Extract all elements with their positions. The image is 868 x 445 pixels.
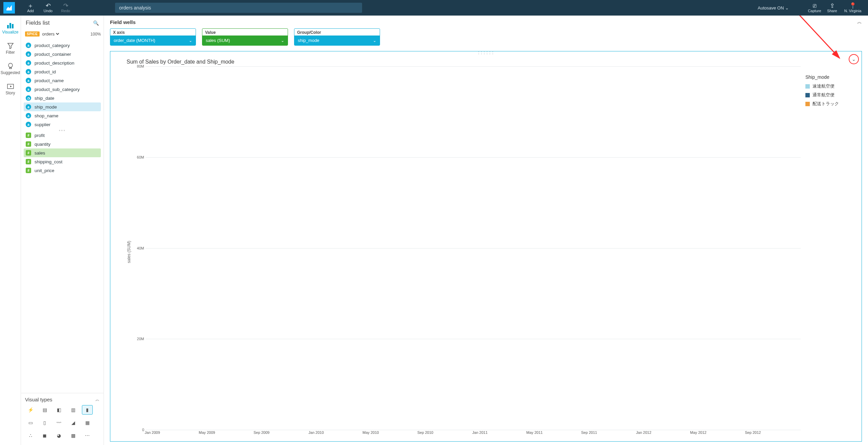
field-wells-header: Field wells bbox=[110, 19, 136, 25]
visual-type-1[interactable]: ▤ bbox=[39, 405, 50, 415]
x-tick: Jan 2010 bbox=[309, 430, 324, 435]
app-logo[interactable] bbox=[3, 2, 15, 14]
bar-chart-icon bbox=[0, 21, 21, 30]
visual-menu-button[interactable]: ⌄ bbox=[849, 54, 859, 64]
x-tick: Jan 2009 bbox=[145, 430, 160, 435]
y-axis-label: sales (SUM) bbox=[127, 241, 131, 263]
collapse-wells-icon[interactable]: ︽ bbox=[857, 19, 862, 25]
top-bar: ＋Add ↶Undo ↷Redo Autosave ON ⌄ ⎚Capture … bbox=[0, 0, 868, 16]
x-tick: Jan 2012 bbox=[636, 430, 651, 435]
region-button[interactable]: 📍N. Virginia bbox=[841, 3, 865, 13]
visual-type-10[interactable]: ∴ bbox=[25, 431, 36, 440]
measure-icon: # bbox=[26, 159, 31, 164]
fields-title: Fields list bbox=[26, 20, 93, 26]
field-quantity[interactable]: #quantity bbox=[24, 140, 101, 148]
svg-rect-1 bbox=[9, 23, 11, 28]
share-button[interactable]: ⇪Share bbox=[823, 3, 841, 13]
fields-panel: Fields list 🔍 SPICE orders 100% aproduct… bbox=[21, 16, 104, 445]
play-icon bbox=[0, 82, 21, 91]
autosave-toggle[interactable]: Autosave ON ⌄ bbox=[758, 5, 789, 10]
visual-type-5[interactable]: ▭ bbox=[25, 418, 36, 427]
field-sales[interactable]: #sales bbox=[24, 148, 101, 157]
rail-filter[interactable]: Filter bbox=[0, 39, 21, 59]
field-product_container[interactable]: aproduct_container bbox=[24, 50, 101, 58]
well-value[interactable]: Value sales (SUM)⌄ bbox=[202, 28, 288, 46]
chart-container: ● ● ● ● ● ●● ● ● ● ● ● ⌄ Sum of Sales by… bbox=[110, 51, 862, 442]
y-tick: 80M bbox=[133, 64, 144, 68]
svg-rect-4 bbox=[9, 68, 12, 69]
collapse-icon[interactable]: ︽ bbox=[95, 397, 99, 402]
x-tick: Jan 2011 bbox=[472, 430, 488, 435]
capture-button[interactable]: ⎚Capture bbox=[806, 3, 823, 13]
legend-title: Ship_mode bbox=[805, 74, 851, 80]
rail-visualize[interactable]: Visualize bbox=[0, 18, 21, 39]
y-tick: 60M bbox=[133, 155, 144, 159]
dim-icon: a bbox=[26, 43, 31, 48]
left-rail: Visualize Filter Suggested Story bbox=[0, 16, 21, 445]
chevron-down-icon[interactable]: ⌄ bbox=[373, 38, 376, 43]
drag-handle-icon[interactable]: ● ● ● ● ● ●● ● ● ● ● ● bbox=[478, 51, 494, 55]
add-button[interactable]: ＋Add bbox=[22, 3, 39, 13]
chevron-down-icon: ⌄ bbox=[785, 5, 789, 10]
camera-icon: ⎚ bbox=[806, 3, 823, 9]
field-supplier[interactable]: asupplier bbox=[24, 120, 101, 129]
search-icon[interactable]: 🔍 bbox=[93, 20, 99, 26]
dim-icon: ◔ bbox=[26, 95, 31, 101]
legend-item[interactable]: 通常航空便 bbox=[805, 92, 851, 98]
chevron-down-icon[interactable]: ⌄ bbox=[189, 38, 192, 43]
x-tick: May 2011 bbox=[526, 430, 542, 435]
redo-button[interactable]: ↷Redo bbox=[57, 3, 74, 13]
field-unit_price[interactable]: #unit_price bbox=[24, 166, 101, 175]
legend-item[interactable]: 配送トラック bbox=[805, 101, 851, 107]
share-icon: ⇪ bbox=[823, 3, 841, 9]
field-shipping_cost[interactable]: #shipping_cost bbox=[24, 157, 101, 166]
dim-icon: a bbox=[26, 87, 31, 92]
field-product_name[interactable]: aproduct_name bbox=[24, 76, 101, 85]
y-tick: 20M bbox=[133, 337, 144, 341]
visual-type-8[interactable]: ◢ bbox=[68, 418, 79, 427]
dataset-select[interactable]: orders bbox=[41, 31, 60, 37]
x-tick: Sep 2010 bbox=[417, 430, 433, 435]
pin-icon: 📍 bbox=[841, 3, 865, 9]
field-ship_mode[interactable]: aship_mode bbox=[24, 102, 101, 111]
undo-icon: ↶ bbox=[39, 3, 57, 9]
visual-type-4[interactable]: ▮ bbox=[82, 405, 93, 415]
svg-rect-2 bbox=[12, 24, 14, 28]
visual-type-2[interactable]: ◧ bbox=[53, 405, 64, 415]
svg-rect-0 bbox=[7, 25, 9, 28]
dim-icon: a bbox=[26, 104, 31, 110]
visual-type-14[interactable]: ⋯ bbox=[82, 431, 93, 440]
undo-button[interactable]: ↶Undo bbox=[39, 3, 57, 13]
field-product_sub_category[interactable]: aproduct_sub_category bbox=[24, 85, 101, 94]
analysis-title-input[interactable] bbox=[115, 3, 362, 13]
y-tick: 0 bbox=[133, 428, 144, 432]
chart-title: Sum of Sales by Order_date and Ship_mode bbox=[127, 59, 851, 65]
field-product_description[interactable]: aproduct_description bbox=[24, 58, 101, 67]
rail-suggested[interactable]: Suggested bbox=[0, 59, 21, 79]
filter-icon bbox=[0, 41, 21, 50]
visual-type-7[interactable]: 〰 bbox=[53, 418, 64, 427]
visual-type-12[interactable]: ◕ bbox=[53, 431, 64, 440]
dim-icon: a bbox=[26, 69, 31, 74]
spice-percent: 100% bbox=[90, 32, 101, 37]
field-ship_date[interactable]: ◔ship_date bbox=[24, 94, 101, 102]
y-tick: 40M bbox=[133, 246, 144, 250]
visual-type-11[interactable]: ◼ bbox=[39, 431, 50, 440]
dim-icon: a bbox=[26, 122, 31, 127]
field-product_category[interactable]: aproduct_category bbox=[24, 41, 101, 50]
visual-type-13[interactable]: ▩ bbox=[68, 431, 79, 440]
chevron-down-icon[interactable]: ⌄ bbox=[281, 38, 284, 43]
well-group[interactable]: Group/Color ship_mode⌄ bbox=[294, 28, 380, 46]
field-product_id[interactable]: aproduct_id bbox=[24, 67, 101, 76]
visual-type-0[interactable]: ⚡ bbox=[25, 405, 36, 415]
canvas: Field wells ︽ X axis order_date (MONTH)⌄… bbox=[104, 16, 868, 445]
visual-type-3[interactable]: ▥ bbox=[68, 405, 79, 415]
visual-type-9[interactable]: ▦ bbox=[82, 418, 93, 427]
well-xaxis[interactable]: X axis order_date (MONTH)⌄ bbox=[110, 28, 196, 46]
visual-type-6[interactable]: ▯ bbox=[39, 418, 50, 427]
rail-story[interactable]: Story bbox=[0, 79, 21, 99]
visual-types-title: Visual types︽ bbox=[25, 397, 99, 402]
field-profit[interactable]: #profit bbox=[24, 131, 101, 140]
legend-item[interactable]: 速達航空便 bbox=[805, 83, 851, 89]
field-shop_name[interactable]: ashop_name bbox=[24, 111, 101, 120]
